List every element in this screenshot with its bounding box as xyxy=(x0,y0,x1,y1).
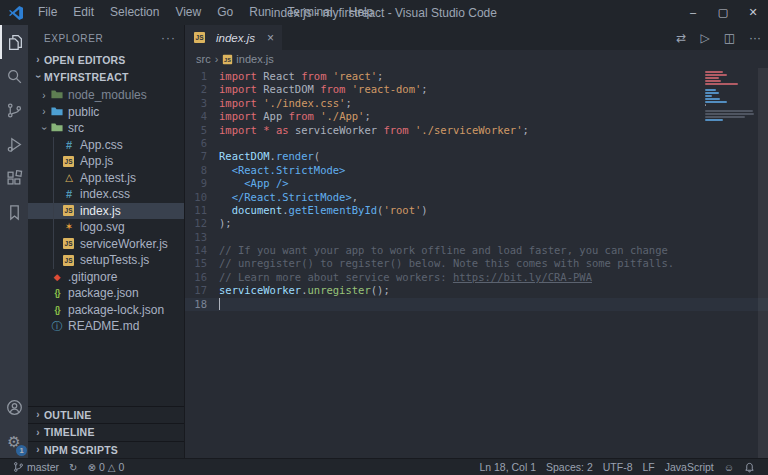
git-file-icon: ◆ xyxy=(50,270,64,284)
menu-go[interactable]: Go xyxy=(209,0,241,25)
tree-item-package-json[interactable]: ›{}package.json xyxy=(28,285,184,302)
extensions-icon[interactable] xyxy=(0,161,28,195)
breadcrumb-separator: › xyxy=(215,53,219,65)
run-file-icon[interactable]: ▷ xyxy=(693,31,716,45)
notifications-bell-icon[interactable] xyxy=(739,462,760,473)
problems-indicator[interactable]: ⊗ 0 △ 0 xyxy=(82,461,129,473)
code-line: 10 </React.StrictMode>, xyxy=(185,191,768,204)
code-line-text: import ReactDOM from 'react-dom'; xyxy=(219,83,428,96)
chevron-down-icon: › xyxy=(39,122,50,134)
tree-item-label: serviceWorker.js xyxy=(80,237,168,251)
line-number: 14 xyxy=(185,244,219,257)
code-line: 14// If you want your app to work offlin… xyxy=(185,244,768,257)
status-language-mode[interactable]: JavaScript xyxy=(660,461,719,473)
panel-outline[interactable]: ›OUTLINE xyxy=(28,406,184,424)
minimap-line xyxy=(705,116,745,118)
code-line-text: serviceWorker.unregister(); xyxy=(219,284,390,297)
tab-index-js[interactable]: JS index.js × xyxy=(185,25,282,50)
breadcrumb[interactable]: src›JSindex.js xyxy=(185,50,768,68)
tree-item-label: README.md xyxy=(68,319,139,333)
minimize-button[interactable]: – xyxy=(678,0,708,25)
status-cursor-position[interactable]: Ln 18, Col 1 xyxy=(474,461,541,473)
tree-item-app-css[interactable]: ›#App.css xyxy=(28,137,184,154)
warnings-count: 0 xyxy=(118,461,124,473)
sync-icon: ↻ xyxy=(69,462,77,473)
menu-file[interactable]: File xyxy=(30,0,65,25)
tree-item-logo-svg[interactable]: ›✶logo.svg xyxy=(28,219,184,236)
run-debug-icon[interactable] xyxy=(0,127,28,161)
errors-icon: ⊗ xyxy=(87,462,95,473)
folder-icon xyxy=(50,105,64,119)
tree-item-readme-md[interactable]: ›ⓘREADME.md xyxy=(28,318,184,335)
editor-scrollbar[interactable] xyxy=(758,68,768,458)
git-branch-indicator[interactable]: master xyxy=(8,461,64,473)
minimap-line xyxy=(705,101,727,103)
code-line-text: // unregister() to register() below. Not… xyxy=(219,257,674,270)
code-editor[interactable]: 1import React from 'react';2import React… xyxy=(185,68,768,458)
line-number: 4 xyxy=(185,110,219,123)
status-encoding[interactable]: UTF-8 xyxy=(598,461,638,473)
tree-item-index-js[interactable]: ›JSindex.js xyxy=(28,203,184,220)
js-file-icon: JS xyxy=(194,32,205,43)
svg-file-icon: ✶ xyxy=(62,220,76,234)
breadcrumb-item[interactable]: index.js xyxy=(236,53,273,65)
panel-label: NPM SCRIPTS xyxy=(44,444,118,456)
tree-item-app-test-js[interactable]: ›△App.test.js xyxy=(28,170,184,187)
settings-gear-icon[interactable]: ⚙ 1 xyxy=(0,424,28,458)
code-line: 18 xyxy=(185,298,768,311)
open-editors-section[interactable]: › OPEN EDITORS xyxy=(28,51,184,68)
code-line: 6 xyxy=(185,137,768,150)
status-eol[interactable]: LF xyxy=(637,461,659,473)
menu-edit[interactable]: Edit xyxy=(65,0,102,25)
code-line: 13 xyxy=(185,231,768,244)
maximize-button[interactable]: ▢ xyxy=(708,0,738,25)
minimap-line xyxy=(705,83,738,85)
line-number: 6 xyxy=(185,137,219,150)
tree-item-index-css[interactable]: ›#index.css xyxy=(28,186,184,203)
tree-item-serviceworker-js[interactable]: ›JSserviceWorker.js xyxy=(28,236,184,253)
code-line: 17serviceWorker.unregister(); xyxy=(185,284,768,297)
code-line-text: // If you want your app to work offline … xyxy=(219,244,668,257)
breadcrumb-item[interactable]: src xyxy=(196,53,211,65)
tree-item--gitignore[interactable]: ›◆.gitignore xyxy=(28,269,184,286)
code-line-text: ReactDOM.render( xyxy=(219,150,320,163)
tree-item-node-modules[interactable]: ›node_modules xyxy=(28,87,184,104)
settings-badge: 1 xyxy=(16,445,27,456)
status-indentation[interactable]: Spaces: 2 xyxy=(541,461,598,473)
split-editor-icon[interactable]: ◫ xyxy=(717,31,742,45)
tree-item-package-lock-json[interactable]: ›{}package-lock.json xyxy=(28,302,184,319)
menu-selection[interactable]: Selection xyxy=(102,0,167,25)
sync-indicator[interactable]: ↻ xyxy=(64,462,82,473)
text-cursor xyxy=(219,298,220,310)
compare-changes-icon[interactable]: ⇄ xyxy=(669,31,693,45)
chevron-right-icon: › xyxy=(38,90,50,101)
tab-close-icon[interactable]: × xyxy=(267,31,274,45)
accounts-icon[interactable] xyxy=(0,390,28,424)
feedback-icon[interactable]: ☺ xyxy=(719,462,739,473)
search-icon[interactable] xyxy=(0,59,28,93)
explorer-icon[interactable] xyxy=(0,25,28,59)
tree-item-src[interactable]: ›src xyxy=(28,120,184,137)
minimap-line xyxy=(705,119,723,121)
project-root-section[interactable]: › MYFIRSTREACT xyxy=(28,68,184,85)
activity-bar: ⚙ 1 xyxy=(0,25,28,458)
line-number: 18 xyxy=(185,298,219,311)
chevron-right-icon: › xyxy=(32,54,44,65)
bookmarks-icon[interactable] xyxy=(0,195,28,229)
code-line-text: </React.StrictMode>, xyxy=(219,191,358,204)
tree-item-setuptests-js[interactable]: ›JSsetupTests.js xyxy=(28,252,184,269)
panel-npm-scripts[interactable]: ›NPM SCRIPTS xyxy=(28,441,184,459)
line-number: 16 xyxy=(185,271,219,284)
menu-view[interactable]: View xyxy=(167,0,209,25)
close-button[interactable]: ✕ xyxy=(738,0,768,25)
code-line-text: // Learn more about service workers: htt… xyxy=(219,271,592,284)
tree-item-app-js[interactable]: ›JSApp.js xyxy=(28,153,184,170)
source-control-icon[interactable] xyxy=(0,93,28,127)
more-actions-icon[interactable]: ··· xyxy=(742,31,768,45)
tree-item-public[interactable]: ›public xyxy=(28,104,184,121)
tree-item-label: index.css xyxy=(80,187,130,201)
minimap[interactable] xyxy=(705,71,757,125)
explorer-more-actions-icon[interactable]: ··· xyxy=(161,31,176,45)
line-number: 10 xyxy=(185,191,219,204)
panel-timeline[interactable]: ›TIMELINE xyxy=(28,423,184,441)
